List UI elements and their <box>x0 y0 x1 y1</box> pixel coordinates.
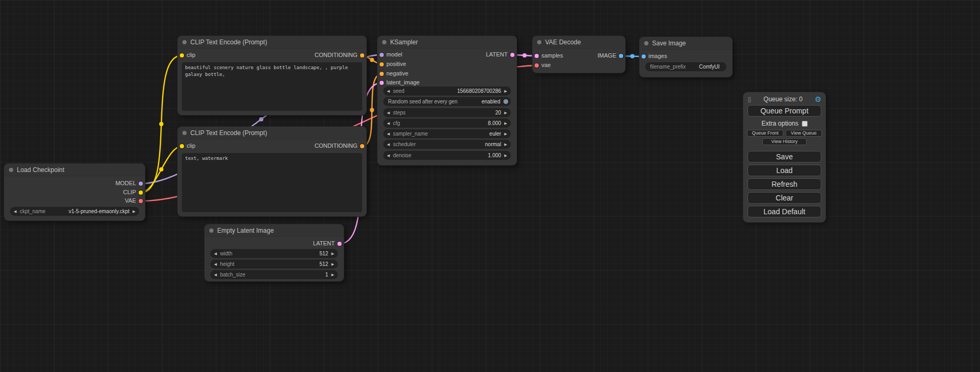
widget-value: normal <box>485 141 501 147</box>
output-dot-conditioning[interactable] <box>360 144 364 148</box>
widget-ckpt-name[interactable]: ◀ ckpt_name v1-5-pruned-emaonly.ckpt ▶ <box>10 207 139 216</box>
collapse-dot[interactable] <box>209 228 214 233</box>
decrement-arrow-icon[interactable]: ◀ <box>387 121 390 125</box>
widget-width[interactable]: ◀ width 512 ▶ <box>210 249 338 258</box>
slot-label: CONDITIONING <box>315 142 357 149</box>
collapse-dot[interactable] <box>182 131 187 135</box>
widget-seed[interactable]: ◀ seed 156680208700286 ▶ <box>383 87 511 96</box>
view-queue-button[interactable]: View Queue <box>785 130 822 137</box>
collapse-dot[interactable] <box>644 41 648 45</box>
collapse-dot[interactable] <box>537 40 541 44</box>
widget-filename-prefix[interactable]: filename_prefix ComfyUI <box>645 62 726 71</box>
output-dot-latent[interactable] <box>510 53 515 57</box>
decrement-arrow-icon[interactable]: ◀ <box>387 154 390 157</box>
load-default-button[interactable]: Load Default <box>748 206 821 217</box>
node-save-image[interactable]: Save Image images filename_prefix ComfyU… <box>639 37 732 77</box>
decrement-arrow-icon[interactable]: ◀ <box>387 142 390 146</box>
output-dot-model[interactable] <box>139 182 143 186</box>
link-midpoint-dot <box>630 54 635 59</box>
widget-sampler-name[interactable]: ◀ sampler_name euler ▶ <box>383 129 511 138</box>
node-title-bar[interactable]: CLIP Text Encode (Prompt) <box>178 36 366 49</box>
output-dot-conditioning[interactable] <box>360 53 364 58</box>
node-title-bar[interactable]: CLIP Text Encode (Prompt) <box>178 127 366 139</box>
node-title: Load Checkpoint <box>17 166 64 174</box>
refresh-button[interactable]: Refresh <box>748 178 821 190</box>
decrement-arrow-icon[interactable]: ◀ <box>214 273 217 276</box>
node-clip-text-encode-negative[interactable]: CLIP Text Encode (Prompt) clip CONDITION… <box>178 127 366 216</box>
node-clip-text-encode-positive[interactable]: CLIP Text Encode (Prompt) clip CONDITION… <box>178 36 366 115</box>
output-slot-conditioning: CONDITIONING <box>178 51 366 60</box>
drag-handle-icon[interactable]: ⣿ <box>748 97 751 102</box>
increment-arrow-icon[interactable]: ▶ <box>504 142 507 146</box>
settings-gear-icon[interactable]: ⚙ <box>814 95 821 103</box>
prompt-textarea[interactable]: text, watermark <box>182 153 362 212</box>
node-title-bar[interactable]: VAE Decode <box>532 36 625 49</box>
view-history-button[interactable]: View History <box>762 138 807 145</box>
node-title: CLIP Text Encode (Prompt) <box>190 129 267 137</box>
widget-denoise[interactable]: ◀ denoise 1.000 ▶ <box>383 151 511 160</box>
input-dot-vae[interactable] <box>535 63 539 68</box>
widget-random-seed-toggle[interactable]: Random seed after every gen enabled <box>383 97 511 106</box>
increment-arrow-icon[interactable]: ▶ <box>332 252 334 255</box>
node-title-bar[interactable]: Load Checkpoint <box>4 164 145 176</box>
decrement-arrow-icon[interactable]: ◀ <box>387 132 390 136</box>
node-title-bar[interactable]: Empty Latent Image <box>205 224 344 237</box>
extra-options-checkbox[interactable] <box>802 121 808 127</box>
node-load-checkpoint[interactable]: Load Checkpoint MODEL CLIP VAE ◀ ckpt_na… <box>4 164 145 221</box>
increment-arrow-icon[interactable]: ▶ <box>504 89 507 93</box>
increment-arrow-icon[interactable]: ▶ <box>332 262 334 266</box>
node-vae-decode[interactable]: VAE Decode samples IMAGE vae <box>532 36 625 73</box>
widget-value: 1.000 <box>488 152 501 158</box>
node-title-bar[interactable]: KSampler <box>377 36 517 49</box>
widget-label: scheduler <box>393 141 415 147</box>
widget-height[interactable]: ◀ height 512 ▶ <box>210 260 338 269</box>
extra-options-row: Extra options <box>743 120 826 127</box>
increment-arrow-icon[interactable]: ▶ <box>133 209 135 213</box>
slot-label: latent_image <box>386 79 420 85</box>
widget-label: sampler_name <box>393 131 428 137</box>
increment-arrow-icon[interactable]: ▶ <box>504 121 507 125</box>
widget-steps[interactable]: ◀ steps 20 ▶ <box>383 108 511 117</box>
widget-cfg[interactable]: ◀ cfg 8.000 ▶ <box>383 119 511 128</box>
decrement-arrow-icon[interactable]: ◀ <box>387 111 390 115</box>
node-ksampler[interactable]: KSampler model LATENT positive negative … <box>377 36 517 165</box>
decrement-arrow-icon[interactable]: ◀ <box>214 252 217 255</box>
increment-arrow-icon[interactable]: ▶ <box>332 273 334 276</box>
input-dot-negative[interactable] <box>380 72 384 76</box>
input-dot-latent-image[interactable] <box>380 81 384 85</box>
clear-button[interactable]: Clear <box>748 192 821 204</box>
link-midpoint-dot <box>159 167 163 171</box>
increment-arrow-icon[interactable]: ▶ <box>504 132 507 136</box>
output-dot-image[interactable] <box>619 54 623 58</box>
input-slot-latent-image: latent_image <box>377 79 517 87</box>
increment-arrow-icon[interactable]: ▶ <box>504 154 507 157</box>
prompt-textarea[interactable]: beautiful scenery nature glass bottle la… <box>182 62 362 111</box>
load-button[interactable]: Load <box>748 165 821 176</box>
graph-canvas[interactable]: Load Checkpoint MODEL CLIP VAE ◀ ckpt_na… <box>0 0 980 372</box>
decrement-arrow-icon[interactable]: ◀ <box>14 209 16 213</box>
node-title-bar[interactable]: Save Image <box>639 37 732 50</box>
output-slot-latent: LATENT <box>205 240 344 248</box>
queue-front-button[interactable]: Queue Front <box>747 130 783 137</box>
save-button[interactable]: Save <box>748 151 821 163</box>
widget-scheduler[interactable]: ◀ scheduler normal ▶ <box>383 140 511 149</box>
output-dot-latent[interactable] <box>337 242 342 246</box>
input-dot-positive[interactable] <box>380 62 384 66</box>
output-dot-clip[interactable] <box>139 190 143 195</box>
decrement-arrow-icon[interactable]: ◀ <box>387 89 390 93</box>
collapse-dot[interactable] <box>9 168 13 172</box>
node-empty-latent-image[interactable]: Empty Latent Image LATENT ◀ width 512 ▶ … <box>205 224 344 281</box>
increment-arrow-icon[interactable]: ▶ <box>504 111 507 115</box>
queue-prompt-button[interactable]: Queue Prompt <box>748 105 821 117</box>
widget-batch-size[interactable]: ◀ batch_size 1 ▶ <box>210 270 338 279</box>
output-slot-vae: VAE <box>4 197 145 205</box>
toggle-knob-icon[interactable] <box>503 99 508 104</box>
decrement-arrow-icon[interactable]: ◀ <box>214 262 217 266</box>
collapse-dot[interactable] <box>182 40 187 44</box>
input-dot-images[interactable] <box>642 54 646 59</box>
output-dot-vae[interactable] <box>139 199 143 203</box>
link-midpoint-dot <box>522 53 527 58</box>
widget-value: enabled <box>481 99 500 104</box>
collapse-dot[interactable] <box>382 40 386 44</box>
widget-value: 1 <box>325 272 328 278</box>
